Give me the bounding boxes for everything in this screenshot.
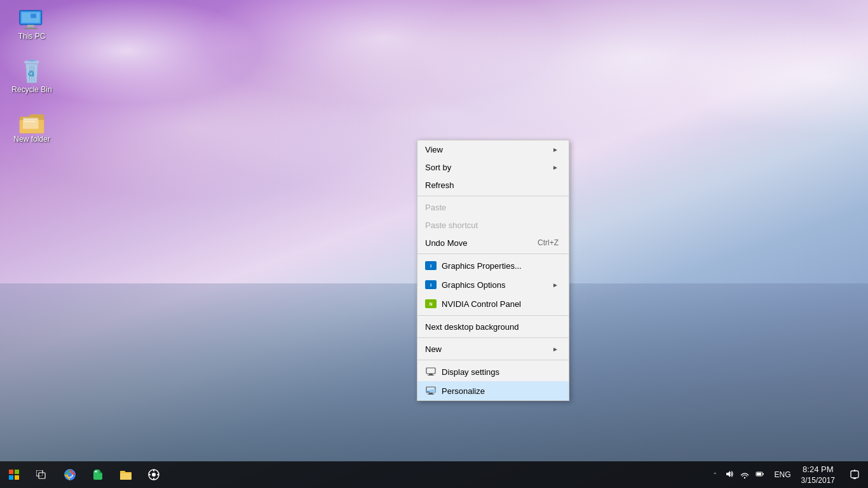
svg-rect-29 <box>39 473 45 478</box>
chrome-button[interactable] <box>56 461 84 488</box>
new-folder-icon[interactable]: New folder <box>6 109 57 146</box>
menu-nvidia-control[interactable]: N NVIDIA Control Panel <box>417 294 569 313</box>
svg-rect-45 <box>851 471 858 478</box>
menu-view-label: View <box>425 145 552 154</box>
svg-rect-22 <box>429 393 433 394</box>
svg-point-32 <box>68 473 72 477</box>
menu-new-label: New <box>425 344 552 354</box>
recycle-bin-label: Recycle Bin <box>11 85 51 94</box>
svg-rect-46 <box>853 478 856 479</box>
battery-icon[interactable] <box>754 468 766 482</box>
network-icon[interactable] <box>739 468 750 482</box>
intel-icon-1: i <box>425 260 437 271</box>
file-explorer-button[interactable] <box>112 461 140 488</box>
menu-display-settings-label: Display settings <box>442 367 559 377</box>
desktop-icons: This PC ♻ Recycle Bin <box>6 6 57 146</box>
menu-graphics-options[interactable]: i Graphics Options ► <box>417 275 569 294</box>
recycle-bin-icon[interactable]: ♻ Recycle Bin <box>6 56 57 97</box>
svg-rect-18 <box>428 375 434 376</box>
menu-separator-1 <box>417 196 569 196</box>
context-menu: View ► Sort by ► Refresh Paste Paste sho… <box>417 140 569 401</box>
recycle-bin-svg: ♻ <box>20 58 43 85</box>
svg-rect-15 <box>24 121 36 123</box>
menu-new-arrow: ► <box>552 346 559 353</box>
menu-paste-label: Paste <box>425 203 559 212</box>
intel-icon-2: i <box>425 279 437 290</box>
svg-rect-24 <box>9 470 13 474</box>
taskbar-right: ⌃ <box>705 461 868 488</box>
this-pc-label: This PC <box>18 32 46 41</box>
menu-paste-shortcut-label: Paste shortcut <box>425 220 559 230</box>
svg-rect-43 <box>763 473 764 475</box>
clock-date: 3/15/2017 <box>801 475 835 486</box>
this-pc-svg <box>18 9 45 32</box>
svg-rect-17 <box>429 374 433 375</box>
svg-point-36 <box>152 473 156 477</box>
personalize-icon <box>425 385 437 396</box>
system-clock[interactable]: 8:24 PM 3/15/2017 <box>795 464 841 486</box>
language-indicator[interactable]: ENG <box>771 470 795 479</box>
svg-rect-23 <box>428 394 434 395</box>
show-hidden-tray-button[interactable]: ⌃ <box>710 471 720 478</box>
menu-display-settings[interactable]: Display settings <box>417 362 569 381</box>
svg-rect-5 <box>31 14 36 18</box>
new-folder-label: New folder <box>13 135 50 144</box>
display-icon <box>425 366 437 377</box>
svg-rect-47 <box>854 470 855 471</box>
new-folder-svg <box>18 112 45 135</box>
menu-separator-5 <box>417 360 569 360</box>
menu-separator-2 <box>417 254 569 254</box>
evernote-button[interactable] <box>84 461 112 488</box>
menu-personalize-label: Personalize <box>442 386 559 396</box>
this-pc-icon[interactable]: This PC <box>6 6 57 43</box>
menu-next-bg-label: Next desktop background <box>425 322 559 332</box>
svg-rect-37 <box>153 470 154 471</box>
svg-rect-21 <box>430 390 435 393</box>
svg-rect-44 <box>757 473 761 475</box>
svg-rect-7 <box>29 60 35 62</box>
menu-paste-shortcut[interactable]: Paste shortcut <box>417 216 569 234</box>
menu-undo-move-shortcut: Ctrl+Z <box>538 238 559 247</box>
menu-refresh[interactable]: Refresh <box>417 176 569 194</box>
svg-rect-38 <box>153 478 154 480</box>
svg-rect-27 <box>15 475 19 480</box>
svg-rect-2 <box>27 25 34 27</box>
menu-undo-move-label: Undo Move <box>425 238 525 248</box>
menu-nvidia-label: NVIDIA Control Panel <box>442 299 559 309</box>
menu-sort-by-label: Sort by <box>425 163 552 172</box>
menu-undo-move[interactable]: Undo Move Ctrl+Z <box>417 234 569 252</box>
menu-sort-by-arrow: ► <box>552 164 559 171</box>
taskbar: ⌃ <box>0 461 868 488</box>
svg-rect-40 <box>157 474 159 475</box>
svg-rect-16 <box>426 368 435 374</box>
menu-new[interactable]: New ► <box>417 340 569 358</box>
svg-rect-14 <box>24 119 37 120</box>
tray-icons: ⌃ <box>705 468 771 482</box>
menu-separator-4 <box>417 337 569 338</box>
volume-icon[interactable] <box>724 468 735 482</box>
notification-button[interactable] <box>841 461 868 488</box>
menu-view[interactable]: View ► <box>417 140 569 158</box>
menu-graphics-options-label: Graphics Options <box>442 280 552 290</box>
menu-graphics-properties[interactable]: i Graphics Properties... <box>417 256 569 275</box>
menu-graphics-options-arrow: ► <box>552 281 559 288</box>
svg-point-41 <box>743 477 745 478</box>
svg-rect-3 <box>24 27 37 29</box>
svg-rect-20 <box>426 391 430 393</box>
svg-rect-39 <box>149 474 151 475</box>
menu-view-arrow: ► <box>552 146 559 153</box>
svg-rect-25 <box>15 470 19 474</box>
menu-refresh-label: Refresh <box>425 180 559 190</box>
menu-paste[interactable]: Paste <box>417 198 569 216</box>
menu-separator-3 <box>417 315 569 316</box>
menu-personalize[interactable]: Personalize <box>417 381 569 400</box>
clock-time: 8:24 PM <box>801 464 835 475</box>
nvidia-icon: N <box>425 298 437 309</box>
start-button[interactable] <box>0 461 28 488</box>
svg-rect-34 <box>120 473 132 480</box>
menu-sort-by[interactable]: Sort by ► <box>417 158 569 176</box>
svg-point-33 <box>95 471 97 473</box>
task-view-button[interactable] <box>28 461 56 488</box>
settings-button[interactable] <box>140 461 168 488</box>
menu-next-bg[interactable]: Next desktop background <box>417 318 569 336</box>
